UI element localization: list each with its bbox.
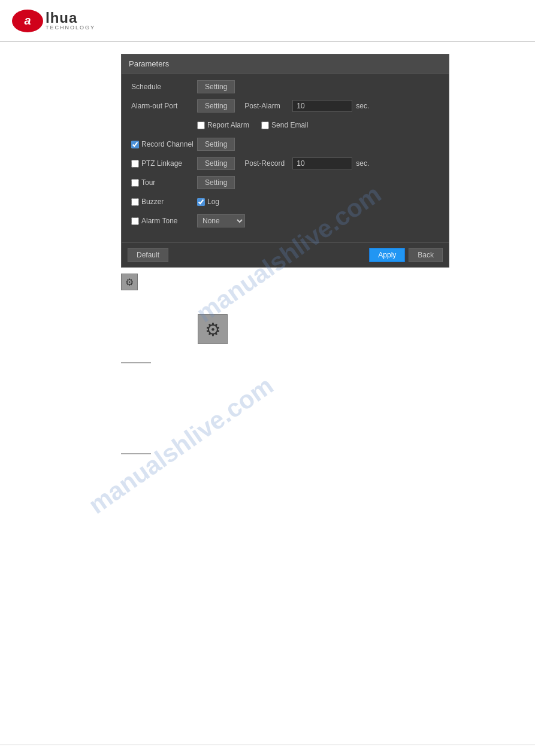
logo-sub-text: TECHNOLOGY bbox=[46, 25, 95, 31]
record-channel-setting-button[interactable]: Setting bbox=[197, 138, 235, 151]
alarm-tone-checkbox-item: Alarm Tone bbox=[131, 217, 197, 225]
ptz-linkage-checkbox[interactable] bbox=[131, 160, 139, 168]
logo: a lhua TECHNOLOGY bbox=[12, 10, 95, 32]
send-email-checkbox-item: Send Email bbox=[261, 121, 308, 129]
record-channel-checkbox[interactable] bbox=[131, 141, 139, 148]
tour-checkbox[interactable] bbox=[131, 179, 139, 187]
post-alarm-input[interactable] bbox=[292, 100, 352, 112]
post-record-unit: sec. bbox=[356, 159, 369, 168]
report-alarm-checkbox[interactable] bbox=[197, 122, 205, 129]
record-channel-row: Record Channel Setting bbox=[131, 137, 439, 151]
log-label: Log bbox=[207, 198, 219, 206]
record-channel-checkbox-item: Record Channel bbox=[131, 140, 197, 148]
back-button[interactable]: Back bbox=[409, 248, 443, 262]
content-area: Parameters Schedule Setting Alarm-out Po… bbox=[0, 42, 535, 472]
record-channel-label: Record Channel bbox=[141, 140, 194, 148]
header: a lhua TECHNOLOGY bbox=[0, 0, 535, 42]
schedule-label: Schedule bbox=[131, 83, 197, 91]
log-checkbox-item: Log bbox=[197, 198, 219, 206]
apply-button[interactable]: Apply bbox=[369, 248, 405, 262]
panel-body: Schedule Setting Alarm-out Port Setting … bbox=[122, 74, 449, 242]
tour-setting-button[interactable]: Setting bbox=[197, 176, 235, 189]
gear-icon-large: ⚙ bbox=[205, 319, 221, 340]
alarm-tone-checkbox[interactable] bbox=[131, 217, 139, 225]
ptz-linkage-setting-button[interactable]: Setting bbox=[197, 157, 235, 170]
log-checkbox[interactable] bbox=[197, 198, 205, 206]
panel-footer: Default Apply Back bbox=[122, 242, 449, 267]
ptz-linkage-checkbox-item: PTZ Linkage bbox=[131, 159, 197, 168]
bottom-rule bbox=[0, 745, 535, 745]
alarm-tone-select[interactable]: None bbox=[197, 214, 245, 227]
logo-letter: a bbox=[24, 14, 31, 28]
ptz-linkage-label: PTZ Linkage bbox=[141, 159, 182, 168]
large-gear-container: ⚙ bbox=[198, 314, 228, 344]
post-alarm-unit: sec. bbox=[356, 102, 369, 110]
alarm-tone-label: Alarm Tone bbox=[141, 217, 177, 225]
send-email-label: Send Email bbox=[271, 121, 308, 129]
small-gear-container: ⚙ bbox=[121, 274, 517, 290]
tour-checkbox-item: Tour bbox=[131, 178, 197, 187]
watermark-2: manualshlive.com bbox=[83, 371, 279, 520]
default-button[interactable]: Default bbox=[128, 248, 168, 262]
alarm-out-setting-button[interactable]: Setting bbox=[197, 99, 235, 113]
buzzer-checkbox-item: Buzzer bbox=[131, 198, 197, 206]
alarm-out-port-row: Alarm-out Port Setting Post-Alarm sec. bbox=[131, 99, 439, 113]
footer-left: Default bbox=[128, 248, 168, 262]
post-alarm-label: Post-Alarm bbox=[244, 102, 292, 110]
parameters-panel: Parameters Schedule Setting Alarm-out Po… bbox=[121, 54, 449, 268]
report-alarm-row: Report Alarm Send Email bbox=[131, 118, 439, 132]
send-email-checkbox[interactable] bbox=[261, 122, 269, 129]
footer-right: Apply Back bbox=[369, 248, 443, 262]
buzzer-label: Buzzer bbox=[141, 198, 164, 206]
post-record-label: Post-Record bbox=[244, 159, 292, 168]
logo-oval: a bbox=[12, 10, 43, 32]
logo-text: lhua TECHNOLOGY bbox=[46, 11, 95, 31]
tour-label: Tour bbox=[141, 178, 155, 187]
gear-icon-small: ⚙ bbox=[125, 277, 134, 288]
alarm-tone-row: Alarm Tone None bbox=[131, 214, 439, 228]
schedule-setting-button[interactable]: Setting bbox=[197, 80, 235, 93]
report-alarm-checkbox-item: Report Alarm bbox=[197, 121, 249, 129]
buzzer-checkbox[interactable] bbox=[131, 198, 139, 206]
small-gear-icon-box[interactable]: ⚙ bbox=[121, 274, 138, 290]
report-alarm-label: Report Alarm bbox=[207, 121, 249, 129]
section-line-1 bbox=[121, 362, 151, 363]
section-line-2 bbox=[121, 453, 151, 454]
alarm-out-port-label: Alarm-out Port bbox=[131, 102, 197, 110]
tour-row: Tour Setting bbox=[131, 175, 439, 190]
panel-title: Parameters bbox=[122, 54, 449, 74]
post-record-input[interactable] bbox=[292, 157, 352, 169]
checkbox-row-1: Report Alarm Send Email bbox=[197, 121, 308, 129]
buzzer-log-row: Buzzer Log bbox=[131, 195, 439, 209]
ptz-linkage-row: PTZ Linkage Setting Post-Record sec. bbox=[131, 156, 439, 171]
schedule-row: Schedule Setting bbox=[131, 80, 439, 94]
logo-main-text: lhua bbox=[46, 11, 95, 25]
